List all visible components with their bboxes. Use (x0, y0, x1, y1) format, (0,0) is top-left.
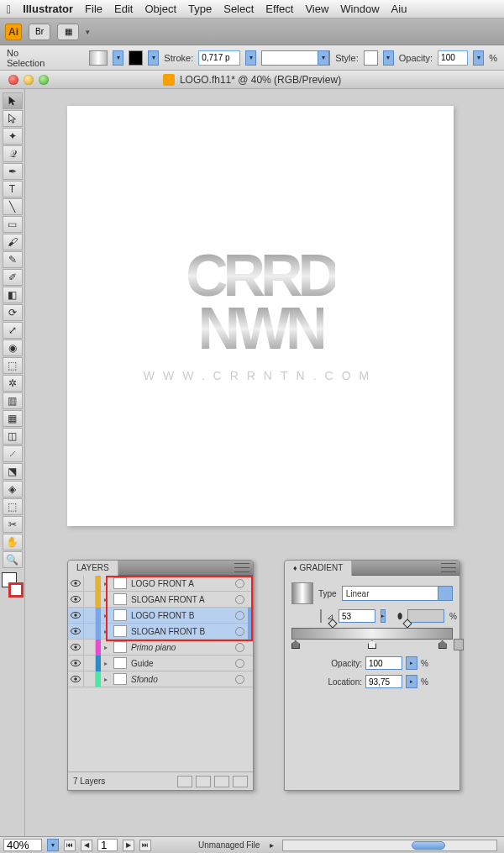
scrollbar-thumb[interactable] (412, 841, 445, 850)
gradient-type-select[interactable]: Linear (342, 586, 453, 601)
visibility-toggle-icon[interactable] (68, 624, 84, 640)
target-icon[interactable] (235, 627, 244, 636)
prev-artboard-button[interactable]: ◀ (81, 840, 92, 851)
location-dropdown-icon[interactable]: ▸ (406, 675, 417, 688)
apple-menu-icon[interactable]:  (7, 3, 11, 16)
layer-name[interactable]: Primo piano (129, 643, 235, 652)
expand-icon[interactable]: ▸ (101, 576, 111, 592)
layer-row[interactable]: ▸Sfondo (68, 671, 253, 687)
delete-stop-icon[interactable] (454, 639, 464, 650)
layer-row[interactable]: ▸Guide (68, 656, 253, 671)
style-swatch[interactable] (364, 50, 378, 66)
gradient-angle-input[interactable] (339, 609, 375, 623)
lasso-tool[interactable]: 𝒬 (3, 145, 23, 162)
canvas-area[interactable]: CRRD NWN WWW.CRRNTN.COM LAYERS ▸LOGO FRO… (25, 89, 504, 836)
line-tool[interactable]: ╲ (3, 198, 23, 215)
menu-view[interactable]: View (305, 3, 328, 15)
menu-effect[interactable]: Effect (265, 3, 293, 15)
stroke-swatch[interactable] (129, 50, 143, 66)
next-artboard-button[interactable]: ▶ (123, 840, 134, 851)
reverse-gradient-button[interactable] (320, 609, 322, 623)
opacity-input[interactable] (438, 50, 468, 66)
graph-tool[interactable]: ▥ (3, 392, 23, 409)
gradient-stop-icon[interactable] (368, 640, 376, 649)
stroke-weight-stepper-icon[interactable]: ▾ (245, 50, 256, 66)
layer-name[interactable]: SLOGAN FRONT B (129, 627, 235, 636)
target-icon[interactable] (235, 675, 244, 684)
warp-tool[interactable]: ◉ (3, 340, 23, 356)
rotate-tool[interactable]: ⟳ (3, 304, 23, 321)
live-paint-tool[interactable]: ◈ (3, 481, 23, 498)
menu-edit[interactable]: Edit (114, 3, 133, 15)
expand-icon[interactable]: ▸ (101, 592, 111, 608)
menu-select[interactable]: Select (223, 3, 254, 15)
status-dropdown-icon[interactable]: ▸ (270, 840, 274, 850)
paintbrush-tool[interactable]: 🖌 (3, 234, 23, 250)
layer-name[interactable]: SLOGAN FRONT A (129, 595, 235, 604)
visibility-toggle-icon[interactable] (68, 656, 84, 671)
lock-cell[interactable] (84, 592, 96, 608)
layers-panel-header[interactable]: LAYERS (68, 561, 253, 576)
brush-selector[interactable]: ▾ (261, 50, 330, 66)
window-minimize-icon[interactable] (24, 75, 34, 85)
zoom-dropdown-icon[interactable]: ▾ (47, 839, 59, 851)
horizontal-scrollbar[interactable] (282, 840, 497, 851)
rectangle-tool[interactable]: ▭ (3, 216, 23, 233)
layers-tab[interactable]: LAYERS (68, 561, 118, 576)
last-artboard-button[interactable]: ⏭ (139, 840, 151, 851)
layer-row[interactable]: ▸SLOGAN FRONT B (68, 624, 253, 640)
gradient-opacity-input[interactable] (365, 656, 402, 670)
blend-tool[interactable]: ⬔ (3, 463, 23, 480)
stroke-weight-input[interactable] (198, 50, 240, 66)
visibility-toggle-icon[interactable] (68, 592, 84, 608)
menu-app[interactable]: Illustrator (23, 3, 73, 15)
fill-stroke-indicator[interactable] (2, 572, 24, 598)
bridge-button[interactable]: Br (29, 24, 50, 40)
layer-row[interactable]: ▸LOGO FRONT B (68, 608, 253, 624)
clip-mask-button[interactable] (177, 776, 192, 787)
delete-layer-button[interactable] (233, 776, 248, 787)
gradient-tool[interactable]: ◫ (3, 428, 23, 445)
expand-icon[interactable]: ▸ (101, 656, 111, 671)
target-icon[interactable] (235, 611, 244, 620)
type-tool[interactable]: T (3, 181, 23, 197)
visibility-toggle-icon[interactable] (68, 608, 84, 624)
artboard-number-input[interactable] (97, 839, 118, 851)
target-icon[interactable] (235, 659, 244, 668)
gradient-panel-header[interactable]: ♦GRADIENT (285, 561, 459, 576)
visibility-toggle-icon[interactable] (68, 640, 84, 656)
window-zoom-icon[interactable] (39, 75, 49, 85)
zoom-input[interactable] (3, 839, 42, 851)
layer-name[interactable]: LOGO FRONT A (129, 579, 235, 588)
style-dropdown-icon[interactable]: ▾ (383, 50, 394, 66)
visibility-toggle-icon[interactable] (68, 671, 84, 687)
arrange-dropdown-icon[interactable]: ▾ (86, 24, 94, 40)
fill-swatch[interactable] (89, 50, 108, 66)
lock-cell[interactable] (84, 640, 96, 656)
hand-tool[interactable]: ✋ (3, 534, 23, 550)
pencil-tool[interactable]: ✎ (3, 251, 23, 268)
pen-tool[interactable]: ✒ (3, 163, 23, 180)
gradient-stop-icon[interactable] (291, 640, 300, 649)
layer-name[interactable]: LOGO FRONT B (129, 611, 235, 620)
menu-window[interactable]: Window (340, 3, 379, 15)
new-sublayer-button[interactable] (196, 776, 211, 787)
lock-cell[interactable] (84, 671, 96, 687)
lock-cell[interactable] (84, 624, 96, 640)
fill-dropdown-icon[interactable]: ▾ (113, 50, 123, 66)
stroke-color-icon[interactable] (8, 582, 24, 598)
direct-selection-tool[interactable] (3, 110, 23, 127)
layer-row[interactable]: ▸SLOGAN FRONT A (68, 592, 253, 608)
stroke-dropdown-icon[interactable]: ▾ (148, 50, 159, 66)
selection-tool[interactable] (3, 92, 23, 109)
layer-name[interactable]: Sfondo (129, 675, 235, 684)
free-transform-tool[interactable]: ⬚ (3, 357, 23, 374)
menu-type[interactable]: Type (188, 3, 212, 15)
mesh-tool[interactable]: ▦ (3, 410, 23, 427)
eraser-tool[interactable]: ◧ (3, 287, 23, 303)
menu-file[interactable]: File (85, 3, 102, 15)
layer-row[interactable]: ▸Primo piano (68, 640, 253, 656)
window-close-icon[interactable] (8, 75, 18, 85)
gradient-tab[interactable]: ♦GRADIENT (285, 561, 352, 576)
opacity-dropdown-icon[interactable]: ▸ (406, 656, 417, 670)
